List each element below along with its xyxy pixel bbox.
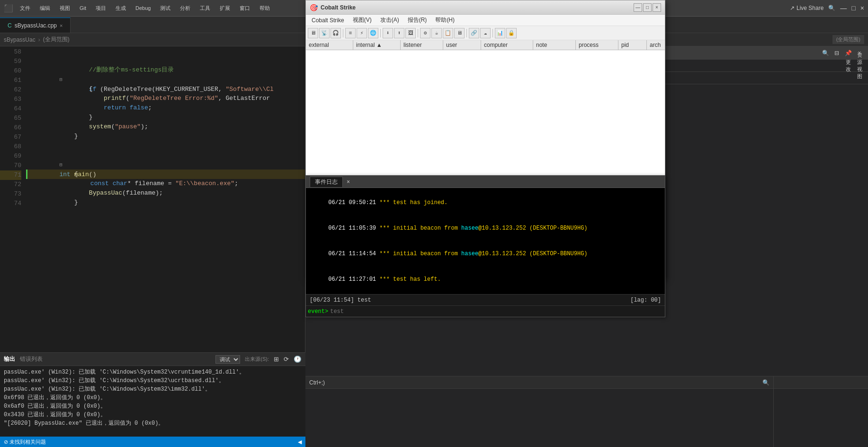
cs-tool-icon-17[interactable]: 🔒: [506, 28, 517, 38]
cs-tool-icon-16[interactable]: 📊: [495, 28, 505, 38]
cs-tool-icon-2[interactable]: 📡: [319, 28, 330, 38]
menu-git[interactable]: Git: [77, 4, 89, 12]
cs-col-arch[interactable]: arch: [647, 40, 665, 50]
menu-tools[interactable]: 工具: [197, 4, 213, 13]
minimize-icon[interactable]: —: [840, 4, 847, 12]
cs-tool-sep-2: [380, 29, 381, 37]
cs-menu-cobalt[interactable]: Cobalt Strike: [308, 16, 348, 25]
code-line-73: }: [26, 188, 305, 198]
cs-log-content[interactable]: 06/21 09:50:21 *** test has joined. 06/2…: [306, 188, 665, 294]
rp-collapse-btn[interactable]: ⊟: [832, 48, 841, 58]
cs-tool-sep-5: [492, 29, 493, 37]
error-list-tab[interactable]: 错误列表: [20, 355, 43, 363]
cs-log-titlebar: 事件日志 ×: [306, 176, 665, 188]
cs-minimize-btn[interactable]: —: [634, 3, 642, 12]
cs-col-listener[interactable]: listener: [401, 40, 443, 50]
code-line-58: [26, 46, 305, 56]
search-icon[interactable]: 🔍: [828, 5, 835, 11]
filter-input[interactable]: (全局范围): [832, 35, 864, 44]
log-entry-2: 06/21 11:14:54 *** initial beacon from h…: [308, 241, 663, 267]
event-log-close-tab[interactable]: ×: [347, 179, 350, 185]
menu-analyze[interactable]: 分析: [177, 4, 193, 13]
output-icon1[interactable]: ⊞: [274, 356, 279, 363]
menu-debug[interactable]: Debug: [133, 4, 153, 12]
cs-event-log: 事件日志 × 06/21 09:50:21 *** test has joine…: [305, 175, 665, 317]
cs-menu-view[interactable]: 视图(V): [349, 15, 376, 25]
title-left: ⬛ 文件 编辑 视图 Git 项目 生成 Debug 测试 分析 工具 扩展 窗…: [4, 4, 273, 13]
cs-tool-icon-4[interactable]: ≡: [345, 28, 356, 38]
cs-tool-icon-3[interactable]: 🎧: [331, 28, 341, 38]
menu-window[interactable]: 窗口: [237, 4, 253, 13]
code-line-61: {: [26, 75, 305, 84]
menu-project[interactable]: 项目: [93, 4, 109, 13]
live-share-label: Live Share: [796, 5, 823, 11]
cs-tool-icon-6[interactable]: 🌐: [368, 28, 378, 38]
rp-change-view[interactable]: 更改: [843, 61, 853, 71]
cs-tool-icon-10[interactable]: ⚙: [420, 28, 430, 38]
cs-col-pid[interactable]: pid: [618, 40, 647, 50]
cs-tool-icon-13[interactable]: 🖥: [454, 28, 465, 38]
rp-search-btn[interactable]: 🔍: [821, 48, 830, 58]
live-share-button[interactable]: ↗ Live Share: [790, 5, 823, 11]
cs-maximize-btn[interactable]: □: [643, 3, 652, 12]
code-line-66: }: [26, 122, 305, 132]
menu-build[interactable]: 生成: [113, 4, 129, 13]
cs-tool-icon-9[interactable]: 🖼: [405, 28, 416, 38]
bottom-search-icon[interactable]: 🔍: [762, 379, 770, 386]
output-tab[interactable]: 输出: [4, 355, 15, 363]
cs-col-user[interactable]: user: [443, 40, 481, 50]
output-icon2[interactable]: ⟳: [284, 356, 289, 363]
source-dropdown[interactable]: 调试: [215, 355, 240, 364]
cs-tool-icon-11[interactable]: ☕: [431, 28, 442, 38]
cs-menu-report[interactable]: 报告(R): [404, 15, 431, 25]
output-line-2: passUac.exe' (Win32): 已加载 'C:\Windows\Sy…: [4, 376, 302, 385]
cs-log-input[interactable]: event>: [306, 305, 665, 317]
event-log-tab[interactable]: 事件日志: [310, 177, 343, 187]
code-line-72: BypassUac(filename);: [26, 179, 305, 188]
bottom-right-right-header: [774, 376, 868, 389]
cs-col-process[interactable]: process: [576, 40, 618, 50]
cs-col-note[interactable]: note: [533, 40, 576, 50]
status-bar: ⊘ 未找到相关问题 ◀: [0, 437, 305, 447]
cs-menu-attack[interactable]: 攻击(A): [376, 15, 403, 25]
menu-test[interactable]: 测试: [157, 4, 173, 13]
cs-col-internal[interactable]: internal ▲: [353, 40, 401, 50]
bottom-tab-1[interactable]: Ctrl+;): [309, 379, 325, 386]
output-content: passUac.exe' (Win32): 已加载 'C:\Windows\Sy…: [0, 366, 305, 429]
cs-tool-icon-14[interactable]: 🔗: [469, 28, 479, 38]
cs-tool-icon-15[interactable]: ☁: [480, 28, 491, 38]
rp-resource-view[interactable]: 资源视图: [855, 61, 864, 71]
menu-file[interactable]: 文件: [17, 4, 33, 13]
code-line-70: {: [26, 160, 305, 170]
cs-tool-icon-5[interactable]: ⚡: [357, 28, 367, 38]
output-icon3[interactable]: 🕐: [294, 356, 302, 363]
menu-edit[interactable]: 编辑: [37, 4, 53, 13]
log-command-input[interactable]: [330, 308, 663, 315]
close-window-icon[interactable]: ×: [860, 4, 864, 12]
cs-col-computer[interactable]: computer: [481, 40, 533, 50]
bottom-right-area: Ctrl+;) 🔍: [305, 376, 868, 447]
cs-log-status: [06/23 11:54] test [lag: 00]: [306, 294, 665, 305]
tab-close-icon[interactable]: ×: [60, 23, 63, 28]
output-line-4: 0x6f98 已退出，返回值为 0 (0x0)。: [4, 393, 302, 402]
restore-icon[interactable]: □: [851, 4, 855, 12]
menu-help[interactable]: 帮助: [257, 4, 273, 13]
cs-menubar: Cobalt Strike 视图(V) 攻击(A) 报告(R) 帮助(H): [306, 15, 665, 26]
tab-bypassuac[interactable]: C sBypassUac.cpp ×: [0, 18, 71, 33]
cs-col-external[interactable]: external: [306, 40, 353, 50]
cs-tool-icon-7[interactable]: ⬇: [383, 28, 393, 38]
cs-tool-icon-12[interactable]: 📋: [443, 28, 453, 38]
cs-menu-help[interactable]: 帮助(H): [431, 15, 458, 25]
rp-pin-btn[interactable]: 📌: [843, 48, 853, 58]
menu-view[interactable]: 视图: [57, 4, 73, 13]
log-entry-0: 06/21 09:50:21 *** test has joined.: [308, 190, 663, 215]
bottom-right-left-header: Ctrl+;) 🔍: [305, 376, 773, 389]
cs-tool-sep-3: [418, 29, 418, 37]
cs-table-header: external internal ▲ listener user comput…: [306, 40, 665, 50]
menu-extensions[interactable]: 扩展: [217, 4, 233, 13]
no-issues-label: ⊘ 未找到相关问题: [4, 438, 46, 446]
cs-close-btn[interactable]: ×: [653, 3, 661, 12]
code-line-69: ⊟ int main() →: [26, 151, 305, 160]
cs-tool-icon-8[interactable]: ⬆: [394, 28, 404, 38]
cs-tool-icon-1[interactable]: 🖥: [308, 28, 318, 38]
